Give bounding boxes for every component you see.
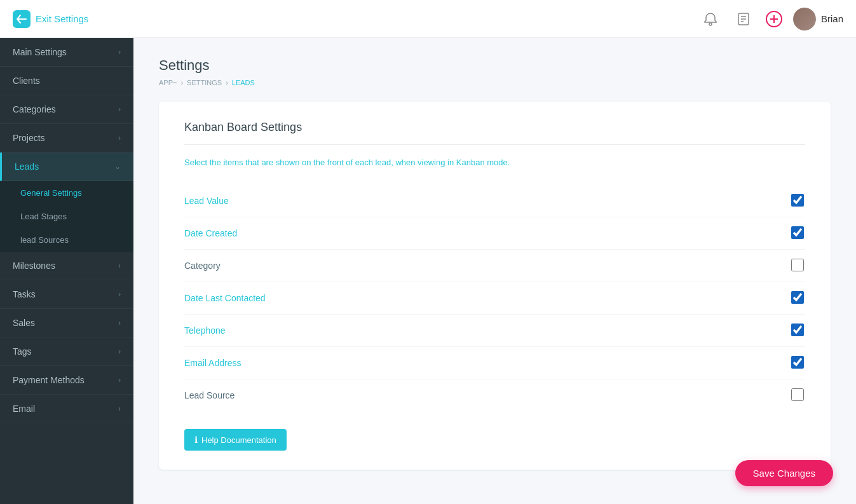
checkbox-category[interactable] [791, 259, 804, 271]
notifications-button[interactable] [699, 8, 722, 31]
checkbox-date-created[interactable] [791, 226, 804, 239]
breadcrumb-settings: SETTINGS [187, 79, 222, 86]
sidebar-sub-leads: General Settings Lead Stages lead Source… [0, 181, 133, 252]
field-label-category: Category [184, 261, 791, 271]
sidebar-item-leads[interactable]: Leads ⌄ [0, 153, 133, 181]
card-title: Kanban Board Settings [184, 121, 805, 145]
checkbox-lead-source[interactable] [791, 388, 804, 401]
field-label-lead-value: Lead Value [184, 196, 791, 206]
checkbox-row: Telephone [184, 315, 805, 347]
sidebar-item-projects[interactable]: Projects › [0, 124, 133, 153]
notes-button[interactable] [732, 8, 755, 31]
user-name: Brian [821, 13, 843, 24]
breadcrumb: APP~ › SETTINGS › LEADS [159, 79, 831, 86]
header-right: Brian [699, 8, 843, 31]
chevron-right-icon: › [118, 404, 121, 413]
checkbox-email-address[interactable] [791, 356, 804, 369]
top-header: Exit Settings [0, 0, 856, 38]
chevron-right-icon: › [118, 261, 121, 270]
exit-icon [13, 10, 31, 28]
settings-card: Kanban Board Settings Select the items t… [159, 102, 831, 470]
chevron-right-icon: › [118, 133, 121, 142]
sidebar-item-categories[interactable]: Categories › [0, 95, 133, 124]
sidebar-item-email[interactable]: Email › [0, 395, 133, 423]
card-description: Select the items that are shown on the f… [184, 158, 805, 167]
save-changes-button[interactable]: Save Changes [735, 460, 833, 486]
help-documentation-button[interactable]: ℹ Help Documentation [184, 429, 287, 451]
add-button[interactable] [765, 10, 783, 28]
field-label-date-last-contacted: Date Last Contacted [184, 293, 791, 303]
breadcrumb-app: APP~ [159, 79, 177, 86]
avatar [793, 8, 816, 31]
checkbox-row: Date Created [184, 217, 805, 250]
sidebar-item-tasks[interactable]: Tasks › [0, 280, 133, 309]
chevron-right-icon: › [118, 347, 121, 356]
field-label-date-created: Date Created [184, 228, 791, 238]
checkbox-telephone[interactable] [791, 324, 804, 336]
chevron-right-icon: › [118, 105, 121, 114]
chevron-right-icon: › [118, 318, 121, 327]
card-footer: ℹ Help Documentation [184, 429, 805, 451]
sidebar-item-payment-methods[interactable]: Payment Methods › [0, 366, 133, 395]
checkbox-row: Category [184, 250, 805, 282]
sidebar-item-general-settings[interactable]: General Settings [0, 181, 133, 205]
chevron-down-icon: ⌄ [114, 162, 121, 171]
checkbox-lead-value[interactable] [791, 194, 804, 207]
breadcrumb-current: LEADS [232, 79, 255, 86]
sidebar-item-tags[interactable]: Tags › [0, 337, 133, 366]
page-title: Settings [159, 57, 831, 74]
sidebar-item-clients[interactable]: Clients [0, 67, 133, 95]
sidebar-item-lead-sources[interactable]: lead Sources [0, 228, 133, 252]
main-content: Settings APP~ › SETTINGS › LEADS Kanban … [133, 38, 856, 504]
exit-settings-button[interactable]: Exit Settings [13, 10, 88, 28]
info-icon: ℹ [194, 435, 198, 445]
sidebar: Main Settings › Clients Categories › Pro… [0, 38, 133, 504]
chevron-right-icon: › [118, 290, 121, 299]
chevron-right-icon: › [118, 376, 121, 385]
sidebar-item-lead-stages[interactable]: Lead Stages [0, 205, 133, 228]
sidebar-item-milestones[interactable]: Milestones › [0, 252, 133, 280]
field-label-email-address: Email Address [184, 358, 791, 368]
checkbox-row: Email Address [184, 347, 805, 379]
checkbox-rows: Lead ValueDate CreatedCategoryDate Last … [184, 185, 805, 411]
checkbox-row: Lead Source [184, 379, 805, 411]
checkbox-row: Lead Value [184, 185, 805, 217]
checkbox-row: Date Last Contacted [184, 282, 805, 315]
field-label-lead-source: Lead Source [184, 390, 791, 400]
sidebar-item-sales[interactable]: Sales › [0, 309, 133, 337]
field-label-telephone: Telephone [184, 325, 791, 336]
svg-point-0 [709, 23, 712, 25]
sidebar-item-main-settings[interactable]: Main Settings › [0, 38, 133, 67]
user-info[interactable]: Brian [793, 8, 843, 31]
checkbox-date-last-contacted[interactable] [791, 291, 804, 304]
chevron-right-icon: › [118, 48, 121, 57]
